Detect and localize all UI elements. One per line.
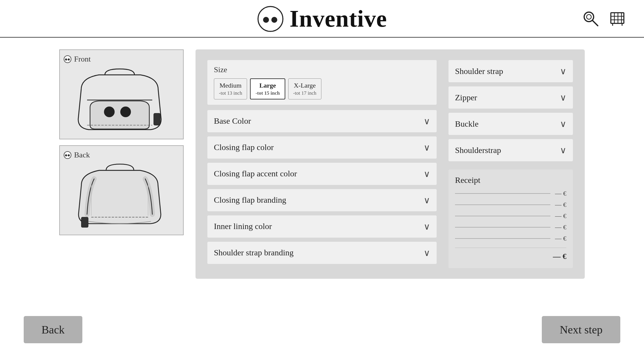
size-medium-sub: -tot 13 inch — [219, 90, 242, 96]
next-button[interactable]: Next step — [542, 316, 620, 343]
svg-point-22 — [64, 152, 71, 159]
zipper-dropdown[interactable]: Zipper ∨ — [448, 86, 573, 109]
size-xlarge-sub: -tot 17 inch — [293, 90, 316, 96]
back-button[interactable]: Back — [24, 316, 82, 343]
receipt-total-row: — € — [455, 248, 566, 261]
size-options: Medium -tot 13 inch Large -tot 15 inch X… — [214, 78, 430, 99]
receipt-amount-5: — € — [555, 235, 567, 242]
closing-flap-accent-chevron: ∨ — [424, 169, 430, 179]
buckle-chevron: ∨ — [560, 119, 566, 129]
closing-flap-color-chevron: ∨ — [424, 142, 430, 153]
zipper-label: Zipper — [455, 93, 477, 102]
config-left: Size Medium -tot 13 inch Large -tot 15 i… — [207, 60, 437, 268]
svg-point-15 — [65, 59, 67, 61]
shoulder-strap-dropdown[interactable]: Shoulder strap ∨ — [448, 60, 573, 82]
main-content: Front — [0, 38, 644, 291]
closing-flap-branding-chevron: ∨ — [424, 195, 430, 205]
closing-flap-accent-label: Closing flap accent color — [214, 169, 297, 178]
size-medium[interactable]: Medium -tot 13 inch — [214, 78, 247, 99]
base-color-chevron: ∨ — [424, 116, 430, 126]
front-preview: Front — [59, 49, 184, 139]
receipt-amount-4: — € — [555, 223, 567, 231]
svg-point-14 — [64, 56, 71, 63]
logo-icon — [257, 6, 284, 32]
receipt-line-3 — [455, 216, 550, 216]
shoulder-strap-branding-chevron: ∨ — [424, 248, 430, 258]
shoulder-strap-chevron: ∨ — [560, 66, 566, 76]
receipt-row-2: — € — [455, 201, 566, 209]
app-title: Inventive — [290, 5, 387, 32]
svg-point-24 — [68, 154, 70, 157]
size-xlarge-name: X-Large — [293, 81, 316, 90]
base-color-dropdown[interactable]: Base Color ∨ — [207, 110, 437, 132]
closing-flap-color-label: Closing flap color — [214, 143, 274, 152]
svg-point-2 — [271, 17, 277, 23]
receipt-row-5: — € — [455, 235, 566, 242]
svg-rect-6 — [611, 13, 624, 23]
buckle-dropdown[interactable]: Buckle ∨ — [448, 113, 573, 135]
closing-flap-branding-label: Closing flap branding — [214, 195, 286, 205]
cart-icon[interactable] — [608, 10, 626, 28]
receipt-line-2 — [455, 204, 550, 205]
search-icon[interactable] — [582, 10, 600, 28]
size-label: Size — [214, 65, 430, 74]
back-icon — [63, 151, 72, 159]
back-preview: Back — [59, 145, 184, 235]
right-dropdowns: Shoulder strap ∨ Zipper ∨ Buckle ∨ Shoul… — [448, 60, 573, 165]
header: Inventive — [0, 0, 644, 38]
closing-flap-accent-dropdown[interactable]: Closing flap accent color ∨ — [207, 163, 437, 185]
size-section: Size Medium -tot 13 inch Large -tot 15 i… — [207, 60, 437, 105]
shoulder-strap-branding-label: Shoulder strap branding — [214, 248, 294, 257]
receipt-row-4: — € — [455, 223, 566, 231]
inner-lining-chevron: ∨ — [424, 221, 430, 232]
receipt-amount-2: — € — [555, 201, 567, 209]
shoulderstrap-dropdown[interactable]: Shoulderstrap ∨ — [448, 139, 573, 161]
svg-point-1 — [263, 17, 269, 23]
svg-rect-25 — [81, 217, 88, 228]
svg-point-19 — [120, 107, 131, 117]
back-bag-svg — [63, 162, 176, 230]
receipt-line-1 — [455, 193, 550, 194]
bag-previews: Front — [59, 49, 184, 279]
shoulder-strap-label: Shoulder strap — [455, 67, 503, 76]
svg-point-5 — [587, 14, 591, 19]
receipt-line-4 — [455, 227, 550, 228]
receipt-row-1: — € — [455, 190, 566, 197]
svg-point-23 — [65, 154, 67, 157]
config-panel: Size Medium -tot 13 inch Large -tot 15 i… — [196, 49, 585, 279]
bottom-bar: Back Next step — [0, 316, 644, 343]
size-medium-name: Medium — [219, 81, 242, 90]
size-large-name: Large — [255, 81, 280, 90]
shoulderstrap-label: Shoulderstrap — [455, 146, 501, 155]
front-bag-svg — [63, 66, 176, 134]
size-large[interactable]: Large -tot 15 inch — [250, 78, 285, 99]
receipt-line-5 — [455, 238, 550, 239]
config-right: Shoulder strap ∨ Zipper ∨ Buckle ∨ Shoul… — [448, 60, 573, 268]
size-large-sub: -tot 15 inch — [255, 90, 280, 96]
inner-lining-label: Inner lining color — [214, 222, 272, 231]
receipt-amount-1: — € — [555, 190, 567, 197]
receipt-rows: — € — € — € — € — [455, 190, 566, 242]
closing-flap-color-dropdown[interactable]: Closing flap color ∨ — [207, 136, 437, 159]
svg-point-18 — [104, 107, 115, 117]
receipt-section: Receipt — € — € — € — [448, 170, 573, 268]
logo: Inventive — [257, 5, 387, 32]
closing-flap-branding-dropdown[interactable]: Closing flap branding ∨ — [207, 189, 437, 211]
buckle-label: Buckle — [455, 119, 478, 129]
size-xlarge[interactable]: X-Large -tot 17 inch — [288, 78, 321, 99]
back-label: Back — [63, 151, 180, 159]
svg-line-4 — [592, 20, 598, 26]
header-actions — [582, 10, 626, 28]
receipt-amount-3: — € — [555, 212, 567, 220]
svg-point-0 — [258, 7, 283, 31]
inner-lining-dropdown[interactable]: Inner lining color ∨ — [207, 215, 437, 238]
svg-point-16 — [68, 59, 70, 61]
base-color-label: Base Color — [214, 116, 251, 126]
receipt-title: Receipt — [455, 175, 566, 185]
zipper-chevron: ∨ — [560, 92, 566, 103]
shoulderstrap-chevron: ∨ — [560, 145, 566, 155]
shoulder-strap-branding-dropdown[interactable]: Shoulder strap branding ∨ — [207, 242, 437, 264]
receipt-row-3: — € — [455, 212, 566, 220]
receipt-total-amount: — € — [553, 252, 567, 261]
front-label: Front — [63, 55, 180, 64]
